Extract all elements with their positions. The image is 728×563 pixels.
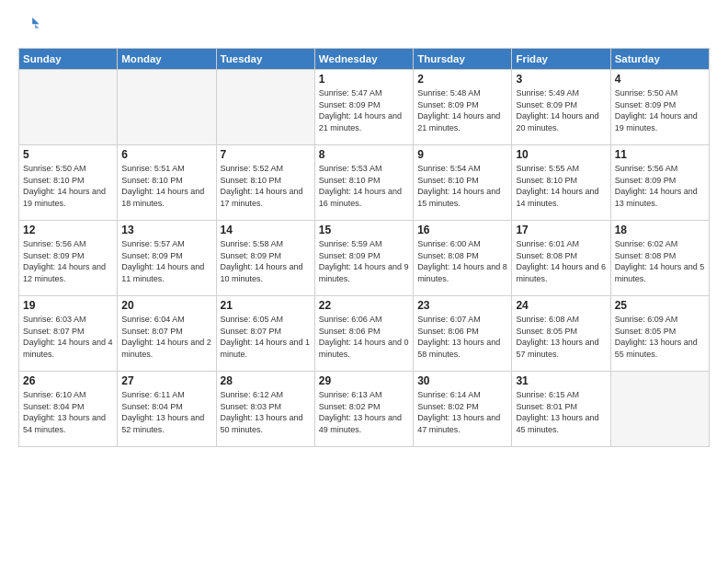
- weekday-header-tuesday: Tuesday: [216, 49, 314, 70]
- weekday-header-monday: Monday: [118, 49, 216, 70]
- day-number: 16: [417, 224, 507, 236]
- svg-marker-0: [32, 17, 39, 24]
- calendar-cell: 6Sunrise: 5:51 AMSunset: 8:10 PMDaylight…: [118, 145, 216, 221]
- day-number: 9: [417, 148, 507, 161]
- day-number: 20: [121, 299, 211, 312]
- day-number: 3: [516, 73, 606, 86]
- calendar-cell: 23Sunrise: 6:07 AMSunset: 8:06 PMDayligh…: [414, 296, 512, 372]
- week-row-2: 5Sunrise: 5:50 AMSunset: 8:10 PMDaylight…: [19, 145, 710, 221]
- day-number: 10: [516, 148, 606, 161]
- day-info: Sunrise: 6:15 AMSunset: 8:01 PMDaylight:…: [516, 389, 606, 435]
- day-info: Sunrise: 6:03 AMSunset: 8:07 PMDaylight:…: [23, 314, 113, 360]
- calendar-cell: 19Sunrise: 6:03 AMSunset: 8:07 PMDayligh…: [19, 296, 118, 372]
- day-info: Sunrise: 5:51 AMSunset: 8:10 PMDaylight:…: [121, 163, 211, 209]
- day-number: 30: [417, 374, 507, 387]
- calendar-cell: 3Sunrise: 5:49 AMSunset: 8:09 PMDaylight…: [512, 70, 610, 145]
- calendar-cell: 22Sunrise: 6:06 AMSunset: 8:06 PMDayligh…: [314, 296, 413, 372]
- calendar-cell: [118, 70, 216, 145]
- svg-marker-1: [35, 24, 39, 28]
- day-info: Sunrise: 5:57 AMSunset: 8:09 PMDaylight:…: [121, 238, 211, 284]
- day-info: Sunrise: 6:09 AMSunset: 8:05 PMDaylight:…: [615, 314, 705, 360]
- day-info: Sunrise: 5:50 AMSunset: 8:10 PMDaylight:…: [23, 163, 113, 209]
- day-info: Sunrise: 6:08 AMSunset: 8:05 PMDaylight:…: [516, 314, 606, 360]
- calendar-cell: 18Sunrise: 6:02 AMSunset: 8:08 PMDayligh…: [610, 221, 709, 296]
- calendar-cell: 25Sunrise: 6:09 AMSunset: 8:05 PMDayligh…: [610, 296, 709, 372]
- calendar-cell: [610, 372, 709, 447]
- day-number: 25: [615, 299, 705, 312]
- calendar-cell: 4Sunrise: 5:50 AMSunset: 8:09 PMDaylight…: [610, 70, 709, 145]
- day-number: 19: [23, 299, 113, 312]
- calendar-cell: 10Sunrise: 5:55 AMSunset: 8:10 PMDayligh…: [512, 145, 610, 221]
- day-number: 22: [319, 299, 409, 312]
- day-number: 31: [516, 374, 606, 387]
- day-number: 15: [319, 224, 409, 236]
- calendar-cell: 12Sunrise: 5:56 AMSunset: 8:09 PMDayligh…: [19, 221, 118, 296]
- calendar-cell: 30Sunrise: 6:14 AMSunset: 8:02 PMDayligh…: [414, 372, 512, 447]
- day-info: Sunrise: 5:47 AMSunset: 8:09 PMDaylight:…: [319, 87, 409, 133]
- day-number: 18: [615, 224, 705, 236]
- day-number: 7: [221, 148, 311, 161]
- day-number: 26: [23, 374, 113, 387]
- calendar-cell: [216, 70, 314, 145]
- weekday-header-friday: Friday: [512, 49, 610, 70]
- calendar-cell: 26Sunrise: 6:10 AMSunset: 8:04 PMDayligh…: [19, 372, 118, 447]
- day-number: 5: [23, 148, 113, 161]
- calendar-cell: 7Sunrise: 5:52 AMSunset: 8:10 PMDaylight…: [216, 145, 314, 221]
- week-row-1: 1Sunrise: 5:47 AMSunset: 8:09 PMDaylight…: [19, 70, 710, 145]
- weekday-header-sunday: Sunday: [19, 49, 118, 70]
- day-info: Sunrise: 5:56 AMSunset: 8:09 PMDaylight:…: [23, 238, 113, 284]
- day-info: Sunrise: 5:53 AMSunset: 8:10 PMDaylight:…: [319, 163, 409, 209]
- day-info: Sunrise: 6:01 AMSunset: 8:08 PMDaylight:…: [516, 238, 606, 284]
- day-info: Sunrise: 6:06 AMSunset: 8:06 PMDaylight:…: [319, 314, 409, 360]
- calendar-table: SundayMondayTuesdayWednesdayThursdayFrid…: [18, 48, 710, 447]
- day-number: 23: [417, 299, 507, 312]
- day-info: Sunrise: 6:07 AMSunset: 8:06 PMDaylight:…: [417, 314, 507, 360]
- week-row-5: 26Sunrise: 6:10 AMSunset: 8:04 PMDayligh…: [19, 372, 710, 447]
- day-info: Sunrise: 6:05 AMSunset: 8:07 PMDaylight:…: [221, 314, 311, 360]
- calendar-cell: 28Sunrise: 6:12 AMSunset: 8:03 PMDayligh…: [216, 372, 314, 447]
- day-number: 2: [417, 73, 507, 86]
- weekday-header-saturday: Saturday: [610, 49, 709, 70]
- header: [18, 15, 710, 39]
- calendar-cell: 24Sunrise: 6:08 AMSunset: 8:05 PMDayligh…: [512, 296, 610, 372]
- day-info: Sunrise: 5:48 AMSunset: 8:09 PMDaylight:…: [417, 87, 507, 133]
- calendar-cell: 17Sunrise: 6:01 AMSunset: 8:08 PMDayligh…: [512, 221, 610, 296]
- calendar-cell: 16Sunrise: 6:00 AMSunset: 8:08 PMDayligh…: [414, 221, 512, 296]
- day-info: Sunrise: 6:10 AMSunset: 8:04 PMDaylight:…: [23, 389, 113, 435]
- calendar-cell: 2Sunrise: 5:48 AMSunset: 8:09 PMDaylight…: [414, 70, 512, 145]
- calendar-cell: 15Sunrise: 5:59 AMSunset: 8:09 PMDayligh…: [314, 221, 413, 296]
- day-number: 14: [221, 224, 311, 236]
- day-number: 27: [121, 374, 211, 387]
- week-row-4: 19Sunrise: 6:03 AMSunset: 8:07 PMDayligh…: [19, 296, 710, 372]
- day-info: Sunrise: 6:13 AMSunset: 8:02 PMDaylight:…: [319, 389, 409, 435]
- day-number: 13: [121, 224, 211, 236]
- day-number: 12: [23, 224, 113, 236]
- calendar-cell: 9Sunrise: 5:54 AMSunset: 8:10 PMDaylight…: [414, 145, 512, 221]
- weekday-header-wednesday: Wednesday: [314, 49, 413, 70]
- day-number: 24: [516, 299, 606, 312]
- calendar-cell: 29Sunrise: 6:13 AMSunset: 8:02 PMDayligh…: [314, 372, 413, 447]
- day-info: Sunrise: 5:58 AMSunset: 8:09 PMDaylight:…: [221, 238, 311, 284]
- day-info: Sunrise: 5:59 AMSunset: 8:09 PMDaylight:…: [319, 238, 409, 284]
- week-row-3: 12Sunrise: 5:56 AMSunset: 8:09 PMDayligh…: [19, 221, 710, 296]
- day-info: Sunrise: 5:54 AMSunset: 8:10 PMDaylight:…: [417, 163, 507, 209]
- day-info: Sunrise: 6:11 AMSunset: 8:04 PMDaylight:…: [121, 389, 211, 435]
- day-number: 6: [121, 148, 211, 161]
- day-info: Sunrise: 6:02 AMSunset: 8:08 PMDaylight:…: [615, 238, 705, 284]
- calendar-cell: 21Sunrise: 6:05 AMSunset: 8:07 PMDayligh…: [216, 296, 314, 372]
- day-number: 8: [319, 148, 409, 161]
- day-number: 17: [516, 224, 606, 236]
- calendar-cell: [19, 70, 118, 145]
- calendar-cell: 8Sunrise: 5:53 AMSunset: 8:10 PMDaylight…: [314, 145, 413, 221]
- day-number: 4: [615, 73, 705, 86]
- day-info: Sunrise: 6:14 AMSunset: 8:02 PMDaylight:…: [417, 389, 507, 435]
- logo-icon: [20, 15, 40, 35]
- day-info: Sunrise: 5:49 AMSunset: 8:09 PMDaylight:…: [516, 87, 606, 133]
- calendar-cell: 1Sunrise: 5:47 AMSunset: 8:09 PMDaylight…: [314, 70, 413, 145]
- day-info: Sunrise: 6:12 AMSunset: 8:03 PMDaylight:…: [221, 389, 311, 435]
- day-info: Sunrise: 6:04 AMSunset: 8:07 PMDaylight:…: [121, 314, 211, 360]
- day-info: Sunrise: 5:55 AMSunset: 8:10 PMDaylight:…: [516, 163, 606, 209]
- day-info: Sunrise: 5:56 AMSunset: 8:09 PMDaylight:…: [615, 163, 705, 209]
- day-number: 11: [615, 148, 705, 161]
- day-number: 28: [221, 374, 311, 387]
